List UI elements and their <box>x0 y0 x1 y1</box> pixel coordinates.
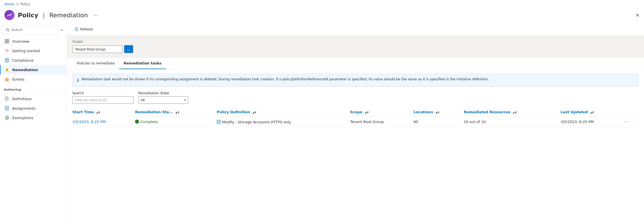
toolbar: Refresh <box>67 23 644 36</box>
state-filter-select-wrap: AllCanceledCancelingCompleteFailedRunnin… <box>138 96 188 104</box>
table-row: 3/5/2023, 8:25 PM ✓ Complete M Modify - <box>72 117 638 127</box>
definitions-label: Definitions <box>12 97 32 101</box>
col-remediated-resources[interactable]: Remediated Resources ▲▼ <box>464 108 560 117</box>
table-header-row: Start Time ▲▼ Remediation Sta... ▲▼ Poli… <box>72 108 638 117</box>
col-scope[interactable]: Scope ▲▼ <box>350 108 414 117</box>
exemptions-icon <box>4 115 9 120</box>
svg-point-13 <box>7 71 7 71</box>
events-label: Events <box>12 77 25 81</box>
data-table: Start Time ▲▼ Remediation Sta... ▲▼ Poli… <box>72 108 638 127</box>
refresh-icon <box>75 27 79 31</box>
remediation-label: Remediation <box>12 68 38 72</box>
scope-input[interactable] <box>72 45 123 53</box>
scope-section: Scope ... <box>67 36 644 58</box>
complete-status-icon: ✓ <box>135 120 139 124</box>
svg-point-22 <box>5 116 9 119</box>
sidebar-item-overview[interactable]: Overview <box>0 37 67 46</box>
breadcrumb-home[interactable]: Home <box>4 2 14 6</box>
search-filter-label: Search <box>72 91 134 95</box>
info-icon: ℹ <box>77 77 79 84</box>
row-more-button[interactable]: ··· <box>624 120 629 124</box>
cell-policy-definition: M Modify - Storage Accounts HTTPS only <box>217 117 350 127</box>
assignments-icon <box>4 106 9 111</box>
page-subtitle: Remediation <box>49 12 88 19</box>
exemptions-label: Exemptions <box>12 116 33 120</box>
svg-rect-4 <box>7 39 9 41</box>
breadcrumb: Home > Policy <box>0 0 644 8</box>
sidebar-search-input[interactable] <box>11 28 57 32</box>
state-filter-select[interactable]: AllCanceledCancelingCompleteFailedRunnin… <box>138 96 188 104</box>
sort-icon-policy-definition: ▲▼ <box>253 111 256 114</box>
search-filter-input[interactable] <box>72 96 134 104</box>
getting-started-label: Getting started <box>12 49 40 53</box>
policy-definition-cell: M Modify - Storage Accounts HTTPS only <box>217 120 291 124</box>
search-filter-group: Search <box>72 91 134 104</box>
sidebar-collapse-button[interactable]: « <box>59 28 64 32</box>
tab-policies-to-remediate[interactable]: Policies to remediate <box>72 58 119 69</box>
sidebar-item-assignments[interactable]: Assignments <box>0 103 67 113</box>
refresh-label: Refresh <box>80 27 93 31</box>
start-time-link[interactable]: 3/5/2023, 8:25 PM <box>72 120 106 124</box>
header-separator: | <box>43 12 45 19</box>
definitions-icon <box>4 96 9 101</box>
sort-icon-remediation-status: ▲▼ <box>175 111 179 114</box>
sort-icon-locations: ▲▼ <box>435 111 439 114</box>
compliance-label: Compliance <box>12 58 34 62</box>
remediation-icon <box>4 67 9 72</box>
assignments-label: Assignments <box>12 106 35 110</box>
tabs-bar: Policies to remediate Remediation tasks <box>67 58 644 69</box>
cell-start-time: 3/5/2023, 8:25 PM <box>72 117 135 127</box>
filters-row: Search Remediation State AllCanceledCanc… <box>67 91 644 108</box>
policy-def-icon: M <box>217 120 221 124</box>
col-locations[interactable]: Locations ▲▼ <box>414 108 464 117</box>
content-area: Refresh Scope ... Policies to remediate … <box>67 23 644 222</box>
col-start-time[interactable]: Start Time ▲▼ <box>72 108 135 117</box>
cell-row-more: ··· <box>624 117 638 127</box>
col-scope-label: Scope <box>350 110 363 114</box>
col-last-updated-label: Last Updated <box>560 110 588 114</box>
sidebar: « Overview Getting started <box>0 23 67 222</box>
policy-definition-name: Modify - Storage Accounts HTTPS only <box>222 120 291 124</box>
cell-last-updated: 3/5/2023, 8:25 PM <box>560 117 624 127</box>
breadcrumb-separator: > <box>16 2 19 6</box>
sort-icon-remediated-resources: ▲▼ <box>513 111 517 114</box>
col-actions <box>624 108 638 117</box>
scope-input-wrap: ... <box>72 45 638 53</box>
cell-locations: All <box>414 117 464 127</box>
svg-marker-14 <box>5 78 9 81</box>
close-button[interactable]: ✕ <box>635 12 640 18</box>
col-last-updated[interactable]: Last Updated ▲▼ <box>560 108 624 117</box>
header-more-button[interactable]: ··· <box>94 12 98 18</box>
data-table-wrap: Start Time ▲▼ Remediation Sta... ▲▼ Poli… <box>67 108 644 127</box>
sidebar-item-remediation[interactable]: Remediation <box>0 65 67 74</box>
events-icon <box>4 77 9 82</box>
sidebar-item-definitions[interactable]: Definitions <box>0 94 67 103</box>
compliance-icon <box>4 58 9 63</box>
tab-remediation-tasks[interactable]: Remediation tasks <box>119 58 166 69</box>
svg-point-0 <box>10 14 11 15</box>
overview-icon <box>4 39 9 44</box>
scope-browse-button[interactable]: ... <box>124 45 133 53</box>
refresh-button[interactable]: Refresh <box>72 26 95 33</box>
info-message: Remediation task would not be shown if i… <box>82 77 489 82</box>
svg-line-2 <box>8 30 9 31</box>
scope-label: Scope <box>72 40 638 44</box>
svg-rect-6 <box>7 42 9 43</box>
sort-icon-scope: ▲▼ <box>365 111 369 114</box>
getting-started-icon <box>4 48 9 53</box>
info-banner: ℹ Remediation task would not be shown if… <box>72 74 638 87</box>
page-icon <box>4 10 14 20</box>
sidebar-item-compliance[interactable]: Compliance <box>0 56 67 65</box>
col-policy-definition[interactable]: Policy Definition ▲▼ <box>217 108 350 117</box>
status-label: Complete <box>140 120 158 124</box>
sidebar-item-exemptions[interactable]: Exemptions <box>0 113 67 122</box>
search-icon <box>6 28 9 32</box>
page-header: Policy | Remediation ··· ✕ <box>0 8 644 23</box>
sort-icon-last-updated: ▲▼ <box>590 111 594 114</box>
sidebar-item-events[interactable]: Events <box>0 74 67 84</box>
breadcrumb-current: Policy <box>21 2 30 6</box>
col-start-time-label: Start Time <box>72 110 94 114</box>
col-remediation-status[interactable]: Remediation Sta... ▲▼ <box>135 108 217 117</box>
col-remediation-status-label: Remediation Sta... <box>135 110 173 114</box>
sidebar-item-getting-started[interactable]: Getting started <box>0 46 67 56</box>
